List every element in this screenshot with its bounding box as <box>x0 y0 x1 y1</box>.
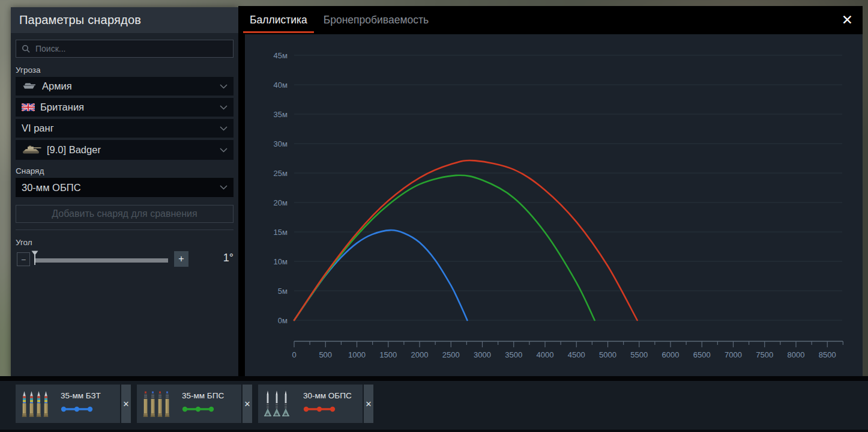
sidebar-panel: Параметры снарядов Угроза АрмияБританияV… <box>11 7 238 377</box>
shell-card: 30-мм ОБПС✕ <box>258 385 373 423</box>
shell-label: Снаряд <box>16 166 234 175</box>
uk-flag-icon <box>22 103 35 111</box>
shell-parameters-overlay: Параметры снарядов Угроза АрмияБританияV… <box>0 0 868 432</box>
tab-bar: БаллистикаБронепробиваемость ✕ <box>238 6 863 34</box>
x-tick-label: 3500 <box>505 350 522 359</box>
filter-dropdown-branch[interactable]: Армия <box>16 77 234 96</box>
threat-label: Угроза <box>16 65 234 75</box>
filter-dropdown-value: Армия <box>42 81 216 92</box>
panel-divider <box>238 6 245 377</box>
filter-dropdown-value: Британия <box>40 102 216 113</box>
y-tick-label: 15м <box>274 228 288 237</box>
series-color-legend <box>303 406 336 413</box>
x-tick-label: 8000 <box>788 350 805 359</box>
shell-cards: 35-мм БЗТ✕35-мм БПС✕30-мм ОБПС✕ <box>16 385 373 423</box>
x-tick-label: 1000 <box>348 350 366 359</box>
y-tick-label: 25м <box>274 169 288 178</box>
page-title: Параметры снарядов <box>11 7 238 33</box>
tab-armor-penetration[interactable]: Бронепробиваемость <box>317 6 435 34</box>
y-tick-label: 20м <box>274 198 288 207</box>
angle-slider: − + 1° <box>16 251 234 269</box>
chevron-down-icon <box>220 126 228 131</box>
x-tick-label: 500 <box>319 350 332 359</box>
angle-slider-thumb[interactable] <box>31 251 38 266</box>
filter-dropdown-vehicle[interactable]: [9.0] Badger <box>16 140 234 160</box>
add-shell-compare-button[interactable]: Добавить снаряд для сравнения <box>16 205 234 223</box>
search-input[interactable] <box>34 43 233 54</box>
angle-slider-track[interactable] <box>34 258 168 263</box>
shell-card-body: 35-мм БПС <box>137 385 241 423</box>
shell-card: 35-мм БПС✕ <box>137 385 252 423</box>
filter-dropdown-rank[interactable]: VI ранг <box>16 119 234 138</box>
shell-card-close-button[interactable]: ✕ <box>243 385 252 423</box>
x-tick-label: 4000 <box>537 350 554 359</box>
shell-dropdown-value: 30-мм ОБПС <box>22 182 216 193</box>
y-tick-label: 30м <box>274 139 288 148</box>
y-tick-label: 40м <box>274 81 288 90</box>
ballistics-chart-panel: 0м5м10м15м20м25м30м35м40м45м050010001500… <box>245 34 863 377</box>
tab-ballistics[interactable]: Баллистика <box>243 6 314 34</box>
x-tick-label: 7500 <box>756 350 773 359</box>
x-tick-label: 1500 <box>379 350 397 359</box>
x-tick-label: 3000 <box>474 350 491 359</box>
shell-card-body: 35-мм БЗТ <box>16 385 120 423</box>
divider <box>16 230 234 230</box>
x-tick-label: 4500 <box>568 350 585 359</box>
shell-card-close-button[interactable]: ✕ <box>364 385 373 423</box>
series-color-legend <box>182 406 214 413</box>
vehicle-badger-icon <box>22 145 41 155</box>
threat-filter-list: АрмияБританияVI ранг[9.0] Badger <box>16 77 234 160</box>
x-tick-label: 0 <box>292 350 296 359</box>
chevron-down-icon <box>220 84 228 89</box>
trajectory-curve <box>294 160 637 320</box>
chevron-down-icon <box>220 148 228 153</box>
shell-card-close-button[interactable]: ✕ <box>121 385 131 423</box>
series-color-legend <box>61 406 93 413</box>
y-tick-label: 10м <box>274 257 288 266</box>
x-tick-label: 6500 <box>693 350 711 359</box>
shell-card: 35-мм БЗТ✕ <box>16 385 131 423</box>
angle-minus-button[interactable]: − <box>17 252 30 266</box>
x-tick-label: 5000 <box>599 350 616 359</box>
filter-dropdown-value: [9.0] Badger <box>47 144 216 156</box>
army-tank-icon <box>22 82 37 90</box>
shell-dropdown[interactable]: 30-мм ОБПС <box>16 178 234 197</box>
close-icon[interactable]: ✕ <box>839 6 855 34</box>
close-icon: ✕ <box>244 400 251 409</box>
trajectory-curve <box>294 230 467 320</box>
ballistics-plot: 0м5м10м15м20м25м30м35м40м45м050010001500… <box>245 34 863 377</box>
x-tick-label: 7000 <box>725 350 742 359</box>
chevron-down-icon <box>220 105 228 110</box>
angle-plus-button[interactable]: + <box>174 251 188 267</box>
x-tick-label: 2500 <box>442 350 460 359</box>
tracer-cartridges-icon <box>16 385 55 423</box>
trajectory-curve <box>294 175 595 320</box>
tab-label: Баллистика <box>250 14 307 26</box>
shell-card-name: 35-мм БЗТ <box>61 391 101 400</box>
shell-card-name: 35-мм БПС <box>182 391 224 400</box>
y-tick-label: 35м <box>274 110 288 119</box>
apfsds-darts-icon <box>258 385 297 423</box>
filter-dropdown-value: VI ранг <box>22 123 216 134</box>
search-icon <box>22 44 30 53</box>
angle-label: Угол <box>16 238 234 247</box>
y-tick-label: 5м <box>278 287 288 296</box>
search-box[interactable] <box>16 40 234 58</box>
close-icon: ✕ <box>366 400 372 409</box>
x-tick-label: 8500 <box>819 350 836 359</box>
y-tick-label: 45м <box>274 51 288 60</box>
x-tick-label: 5500 <box>630 350 648 359</box>
tab-label: Бронепробиваемость <box>324 14 429 26</box>
y-tick-label: 0м <box>278 316 288 325</box>
angle-value: 1° <box>223 252 234 264</box>
close-icon: ✕ <box>123 400 130 409</box>
tabs: БаллистикаБронепробиваемость <box>243 6 438 34</box>
ap-cartridges-icon <box>137 385 176 423</box>
x-tick-label: 6000 <box>662 350 680 359</box>
shell-card-body: 30-мм ОБПС <box>258 385 363 423</box>
shell-card-name: 30-мм ОБПС <box>303 391 352 400</box>
chevron-down-icon <box>220 185 228 190</box>
sidebar-body: Угроза АрмияБританияVI ранг[9.0] Badger … <box>11 40 238 269</box>
filter-dropdown-nation[interactable]: Британия <box>16 98 234 117</box>
x-tick-label: 2000 <box>411 350 429 359</box>
